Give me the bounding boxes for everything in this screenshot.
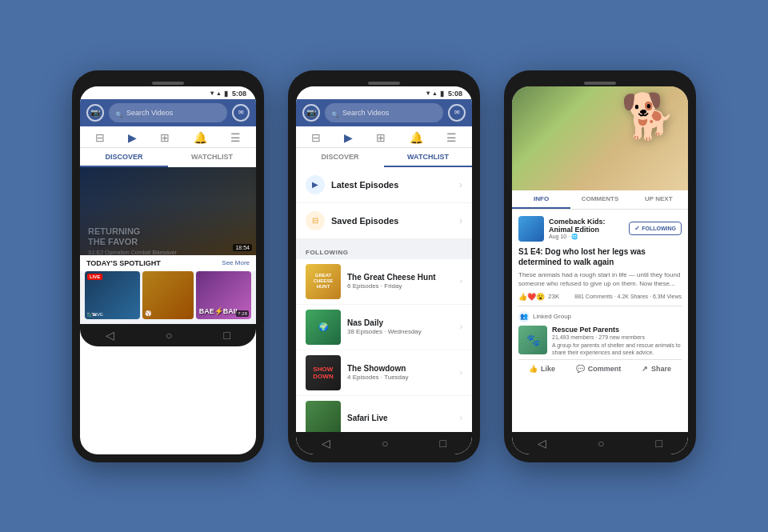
tab-discover-1[interactable]: DISCOVER xyxy=(80,148,168,167)
content-tabs-1: DISCOVER WATCHLIST xyxy=(80,148,256,167)
home-icon[interactable]: ⊟ xyxy=(95,131,105,147)
signal-icon-2: ▲ xyxy=(432,90,438,96)
live-badge: LIVE xyxy=(87,274,102,280)
nav-icons-1: ⊟ ▶ ⊞ 🔔 ☰ xyxy=(80,126,256,148)
bae-duration: 7:28 xyxy=(236,310,249,317)
like-button[interactable]: 👍 Like xyxy=(529,365,555,373)
group-details: Rescue Pet Parents 21,493 members · 279 … xyxy=(552,326,682,356)
phone-2: ▾ ▲ ▮ 5:08 📷 Search Videos ✉ ⊟ ▶ ⊞ 🔔 ☰ D… xyxy=(288,70,480,462)
cheese-chevron-icon: › xyxy=(460,277,462,286)
spotlight-item-live[interactable]: LIVE 5.5k 📺LIVE xyxy=(85,271,140,319)
video-icon-2[interactable]: ▶ xyxy=(344,131,353,147)
notifications-icon[interactable]: 🔔 xyxy=(194,131,207,147)
home-nav-icon-2[interactable]: ○ xyxy=(382,437,388,450)
group-description: A group for parents of shelter and rescu… xyxy=(552,342,682,356)
tab-watchlist-1[interactable]: WATCHLIST xyxy=(168,148,256,167)
status-bar-1: ▾ ▲ ▮ 5:08 xyxy=(80,86,256,99)
tab-up-next[interactable]: UP NEXT xyxy=(630,190,688,209)
video-thumbnail-large: 🐕 xyxy=(512,86,688,190)
recent-nav-icon-3[interactable]: □ xyxy=(656,437,662,450)
home-icon-2[interactable]: ⊟ xyxy=(311,131,321,147)
recent-nav-icon[interactable]: □ xyxy=(224,329,230,342)
camera-icon-2[interactable]: 📷 xyxy=(302,104,320,122)
share-icon: ↗ xyxy=(642,365,648,373)
notifications-icon-2[interactable]: 🔔 xyxy=(410,131,423,147)
follow-check-icon: ✓ xyxy=(634,225,640,232)
search-placeholder-2: Search Videos xyxy=(342,109,389,117)
signal-icon: ▲ xyxy=(216,90,222,96)
tab-comments[interactable]: COMMENTS xyxy=(570,190,629,209)
linked-group-section: 👥 Linked Group 🐾 Rescue Pet Parents 21,4… xyxy=(518,306,682,356)
linked-group-label: 👥 Linked Group xyxy=(518,311,682,322)
safari-name: Safari Live xyxy=(347,414,454,422)
spotlight-label: TODAY'S SPOTLIGHT xyxy=(86,259,161,267)
home-nav-icon[interactable]: ○ xyxy=(166,329,172,342)
showdown-thumb: SHOWDOWN xyxy=(306,355,341,390)
time-display-1: 5:08 xyxy=(232,90,246,98)
see-more-link[interactable]: See More xyxy=(222,259,250,266)
bottom-nav-1: ◁ ○ □ xyxy=(80,324,256,346)
cheese-hunt-thumb: GREATCHEESEHUNT xyxy=(306,264,341,299)
saved-episodes-item[interactable]: ⊟ Saved Episodes › xyxy=(296,203,472,239)
nas-daily-info: Nas Daily 38 Episodes · Wednesday xyxy=(347,318,454,335)
reactions-stats: 881 Comments · 4.2K Shares · 6.3M Views xyxy=(574,294,682,299)
battery-icon: ▮ xyxy=(224,90,228,98)
nas-daily-thumb: 🌍 xyxy=(306,310,341,345)
battery-icon-2: ▮ xyxy=(440,90,444,98)
like-label: Like xyxy=(541,365,555,373)
comment-icon: 💬 xyxy=(576,365,585,373)
dog-image: 🐕 xyxy=(512,86,688,190)
home-nav-icon-3[interactable]: ○ xyxy=(598,437,604,450)
nav-icons-2: ⊟ ▶ ⊞ 🔔 ☰ xyxy=(296,126,472,148)
menu-icon[interactable]: ☰ xyxy=(230,131,241,147)
follow-button[interactable]: ✓ FOLLOWING xyxy=(629,222,682,235)
latest-episodes-label: Latest Episodes xyxy=(331,180,453,190)
camera-icon[interactable]: 📷 xyxy=(86,104,104,122)
wifi-icon-2: ▾ xyxy=(426,90,430,97)
share-button[interactable]: ↗ Share xyxy=(642,365,671,373)
search-icon-2 xyxy=(331,106,339,120)
back-nav-icon[interactable]: ◁ xyxy=(106,329,114,342)
spotlight-item-bae[interactable]: BAE⚡BAIL 7:28 xyxy=(196,271,251,319)
latest-episodes-item[interactable]: ▶ Latest Episodes › xyxy=(296,167,472,203)
tab-info[interactable]: INFO xyxy=(512,190,570,209)
group-info-row: 🐾 Rescue Pet Parents 21,493 members · 27… xyxy=(518,326,682,356)
reaction-icons: 👍❤️😮 xyxy=(518,293,545,301)
live-label: 📺LIVE xyxy=(87,311,103,317)
linked-group-label-text: Linked Group xyxy=(533,313,571,320)
hero-video[interactable]: RETURNING THE FAVOR S1:E2 Operation Comb… xyxy=(80,167,256,255)
phone-1: ▾ ▲ ▮ 5:08 📷 Search Videos ✉ ⊟ ▶ ⊞ 🔔 ☰ D… xyxy=(72,70,264,462)
action-row: 👍 Like 💬 Comment ↗ Share xyxy=(518,359,682,378)
group-name: Rescue Pet Parents xyxy=(552,326,682,334)
comment-button[interactable]: 💬 Comment xyxy=(576,365,622,373)
sports-label: ⚾ xyxy=(145,310,190,317)
back-nav-icon-2[interactable]: ◁ xyxy=(322,437,330,450)
spotlight-item-sports[interactable]: ⚾ xyxy=(142,271,193,319)
back-nav-icon-3[interactable]: ◁ xyxy=(538,437,546,450)
showdown-info: The Showdown 4 Episodes · Tuesday xyxy=(347,364,454,381)
group-members: 21,493 members · 279 new members xyxy=(552,334,682,340)
following-item-showdown[interactable]: SHOWDOWN The Showdown 4 Episodes · Tuesd… xyxy=(296,350,472,396)
follow-label: FOLLOWING xyxy=(642,226,676,231)
following-item-nas[interactable]: 🌍 Nas Daily 38 Episodes · Wednesday › xyxy=(296,305,472,350)
search-bar-2[interactable]: Search Videos xyxy=(325,103,443,122)
marketplace-icon-2[interactable]: ⊞ xyxy=(376,131,386,147)
tab-discover-2[interactable]: DISCOVER xyxy=(296,148,384,167)
messenger-icon-2[interactable]: ✉ xyxy=(448,104,466,122)
episode-description: These animals had a rough start in life … xyxy=(518,270,682,288)
video-icon[interactable]: ▶ xyxy=(128,131,137,147)
search-bar-1[interactable]: Search Videos xyxy=(109,103,227,122)
search-icon-1 xyxy=(115,106,123,120)
bottom-nav-2: ◁ ○ □ xyxy=(296,432,472,454)
marketplace-icon[interactable]: ⊞ xyxy=(160,131,170,147)
following-item-cheese[interactable]: GREATCHEESEHUNT The Great Cheese Hunt 6 … xyxy=(296,259,472,305)
following-item-safari[interactable]: Safari Live › xyxy=(296,396,472,432)
menu-icon-2[interactable]: ☰ xyxy=(446,131,457,147)
episode-title: S1 E4: Dog who lost her legs was determi… xyxy=(518,246,682,267)
hero-image: RETURNING THE FAVOR S1:E2 Operation Comb… xyxy=(80,167,256,255)
following-section-label: FOLLOWING xyxy=(296,244,472,259)
saved-episodes-label: Saved Episodes xyxy=(331,216,453,226)
messenger-icon[interactable]: ✉ xyxy=(232,104,250,122)
tab-watchlist-2[interactable]: WATCHLIST xyxy=(384,148,472,167)
recent-nav-icon-2[interactable]: □ xyxy=(440,437,446,450)
